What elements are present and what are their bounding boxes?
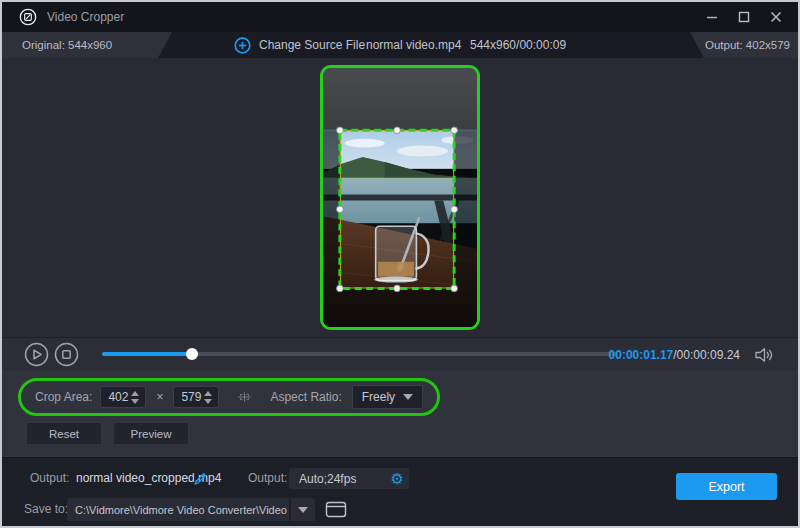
stop-button[interactable] — [54, 342, 79, 367]
player-bar: 00:00:01.17/00:00:09.24 — [2, 337, 798, 370]
spin-up-icon[interactable] — [204, 391, 212, 396]
change-source-file-button[interactable]: Change Source File — [234, 32, 365, 58]
spin-down-icon[interactable] — [131, 399, 139, 404]
original-resolution-tab: Original: 544x960 — [2, 32, 172, 58]
crop-height-stepper[interactable] — [204, 391, 218, 404]
save-path-dropdown[interactable] — [291, 498, 315, 521]
crop-width-stepper[interactable] — [131, 391, 145, 404]
format-settings-gear-icon[interactable]: ⚙ — [391, 471, 404, 486]
aspect-ratio-label: Aspect Ratio: — [270, 390, 341, 404]
save-path-field[interactable]: C:\Vidmore\Vidmore Video Converter\Video… — [67, 498, 289, 521]
output-bar: Output: normal video_cropped.mp4 Output:… — [2, 457, 798, 528]
spin-up-icon[interactable] — [131, 391, 139, 396]
output-format-label: Output: — [248, 468, 287, 489]
output-format-value: Auto;24fps — [299, 472, 356, 486]
info-bar: Original: 544x960 Change Source File nor… — [2, 32, 798, 58]
video-preview-area — [2, 58, 798, 337]
save-to-row: Save to: C:\Vidmore\Vidmore Video Conver… — [2, 498, 798, 521]
aspect-ratio-value: Freely — [362, 390, 395, 404]
current-file-meta: 544x960/00:00:09 — [470, 32, 566, 58]
open-folder-icon[interactable] — [325, 500, 347, 519]
video-frame — [320, 65, 480, 330]
video-content — [323, 68, 477, 327]
chevron-down-icon — [298, 507, 308, 513]
play-button[interactable] — [24, 342, 49, 367]
chevron-down-icon — [403, 394, 413, 400]
window-title: Video Cropper — [47, 10, 124, 24]
spin-down-icon[interactable] — [204, 399, 212, 404]
time-display: 00:00:01.17/00:00:09.24 — [609, 338, 740, 371]
add-icon — [234, 37, 251, 54]
original-resolution-label: Original: 544x960 — [22, 39, 112, 51]
export-button[interactable]: Export — [676, 473, 777, 500]
edit-filename-icon[interactable] — [192, 470, 209, 487]
title-bar: Video Cropper — [2, 2, 798, 32]
app-logo-icon — [18, 7, 38, 27]
player-progress-fill — [102, 352, 192, 356]
crop-area-label: Crop Area: — [35, 390, 92, 404]
change-source-label: Change Source File — [259, 38, 365, 52]
crop-settings-row: Crop Area: × — [18, 378, 440, 416]
output-resolution-tab: Output: 402x579 — [690, 32, 798, 58]
crop-height-field — [173, 386, 219, 408]
reset-button[interactable]: Reset — [26, 422, 102, 445]
preview-button[interactable]: Preview — [113, 422, 189, 445]
maximize-icon[interactable] — [732, 5, 756, 29]
crop-width-field — [100, 386, 146, 408]
player-progress-thumb[interactable] — [186, 348, 198, 360]
crop-height-input[interactable] — [174, 390, 204, 404]
action-buttons-row: Reset Preview — [26, 422, 189, 445]
crop-center-icon — [237, 384, 252, 410]
aspect-ratio-dropdown[interactable]: Freely — [352, 385, 423, 409]
crop-controls-section: Crop Area: × — [2, 370, 798, 457]
current-file-name: normal video.mp4 — [366, 32, 461, 58]
save-to-label: Save to: — [24, 498, 68, 521]
output-resolution-label: Output: 402x579 — [705, 39, 790, 51]
total-duration: 00:00:09.24 — [677, 348, 740, 362]
volume-icon[interactable] — [754, 345, 774, 365]
window-controls — [700, 2, 788, 32]
video-cropper-window: Video Cropper Original: 544x960 Change S… — [0, 0, 800, 528]
save-path-value: C:\Vidmore\Vidmore Video Converter\Video… — [75, 504, 289, 516]
close-icon[interactable] — [764, 5, 788, 29]
output-format-field[interactable]: Auto;24fps ⚙ — [289, 468, 409, 489]
multiply-sign: × — [156, 390, 163, 404]
output-name-label: Output: — [30, 468, 69, 489]
seek-slider[interactable] — [102, 352, 617, 356]
current-time: 00:00:01.17 — [609, 348, 674, 362]
minimize-icon[interactable] — [700, 5, 724, 29]
crop-width-input[interactable] — [101, 390, 131, 404]
